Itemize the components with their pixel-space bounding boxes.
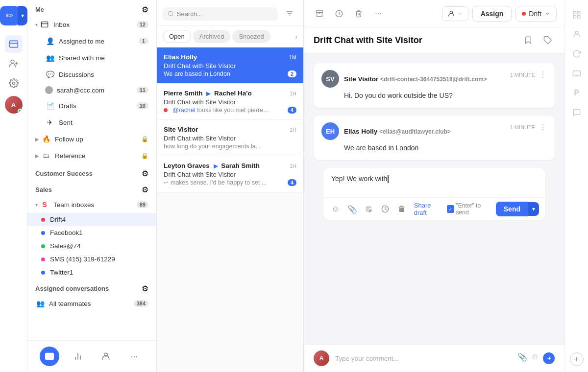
drift-inbox-item[interactable]: Drift 4 [27,213,156,226]
facebook-inbox-item[interactable]: Facebook 1 [27,226,156,239]
user-avatar[interactable]: A [5,96,23,114]
message-more-icon[interactable]: ⋮ [539,122,547,132]
emoji-reply-icon[interactable]: ☺ [329,202,342,216]
me-section-header: Me ⚙ [27,0,156,16]
left-icon-rail: ✏ ▾ A [0,0,27,372]
clock-toolbar-icon[interactable] [331,6,347,22]
sales-gear[interactable]: ⚙ [142,185,148,194]
conversation-item[interactable]: Elias Holly 1M Drift Chat with Site Visi… [157,47,303,84]
trash-toolbar-icon[interactable] [351,6,367,22]
customer-success-gear[interactable]: ⚙ [142,169,148,178]
svg-point-2 [12,82,15,85]
reply-icon: ↩ [164,179,169,186]
tab-arrow[interactable]: › [295,33,297,41]
archive-toolbar-icon[interactable] [312,6,327,22]
inbox-footer-icon[interactable] [40,347,59,366]
conversation-item[interactable]: Leyton Graves ▶ Sarah Smith 1H Drift Cha… [157,156,303,192]
tab-open[interactable]: Open [163,30,191,43]
drift-button[interactable]: Drift [515,6,557,22]
tab-archived[interactable]: Archived [193,30,231,43]
inbox-rail-icon[interactable] [5,35,23,53]
person-button[interactable] [442,6,468,21]
p-rail-icon[interactable]: P [568,84,586,102]
tag-title-icon[interactable] [541,33,555,47]
team-inboxes-caret: ▾ [35,202,38,208]
rotate-rail-icon[interactable] [568,45,586,63]
svg-point-6 [169,11,173,16]
tab-snoozed[interactable]: Snoozed [232,30,270,43]
template-reply-icon[interactable] [363,202,375,216]
search-box[interactable] [163,7,278,21]
conv-time: 1H [290,163,296,169]
grid-rail-icon[interactable] [568,6,586,23]
more-toolbar-icon[interactable]: ··· [370,6,386,22]
sales-at-inbox-item[interactable]: Sales@ 74 [27,239,156,253]
keyboard-rail-icon[interactable] [568,65,586,82]
reference-caret: ▶ [35,153,39,159]
message-card: EH Elias Holly <elias@auditlawyer.club> … [314,116,555,160]
conversation-item[interactable]: Site Visitor 1H Drift Chat with Site Vis… [157,120,303,156]
conv-preview: makes sense. I'd be happy to set ... [171,179,267,186]
inbox-item[interactable]: ▾ Inbox 12 [27,16,156,33]
svg-rect-15 [577,16,580,18]
sent-label: Sent [59,119,148,126]
follow-up-label: Follow up [55,136,141,143]
sort-icon[interactable] [282,6,297,22]
send-caret-button[interactable]: ▾ [528,202,539,216]
drift-badge: 4 [62,216,66,223]
send-button[interactable]: Send [496,202,528,216]
inbox-icon [40,20,49,29]
twitter-inbox-item[interactable]: Twitter 1 [27,266,156,279]
assign-arrow-icon: ▶ [214,163,218,169]
assign-button[interactable]: Assign [472,6,512,22]
search-input[interactable] [177,10,273,18]
person-rail-icon[interactable] [568,25,586,43]
conv-badge: 4 [288,179,296,186]
bookmark-title-icon[interactable] [521,33,535,47]
drafts-item[interactable]: 📄 Drafts 10 [27,97,156,114]
more-footer-icon[interactable]: ··· [124,347,144,366]
compose-button[interactable]: ✏ [0,6,20,25]
me-gear-icon[interactable]: ⚙ [142,5,148,14]
stats-footer-icon[interactable] [68,347,88,366]
message-time: 1 MINUTE [510,72,535,78]
discussions-item[interactable]: 💬 Discussions [27,66,156,83]
clock-reply-icon[interactable] [379,202,392,216]
trash-reply-icon[interactable]: 🗑 [395,202,408,216]
add-rail-icon[interactable]: + [570,352,584,366]
comment-input[interactable]: Type your comment... [335,355,512,362]
chat-rail-icon[interactable] [568,104,586,121]
team-inboxes-item[interactable]: ▾ S Team inboxes 89 [27,196,156,213]
compose-caret[interactable]: ▾ [18,6,27,25]
assigned-gear[interactable]: ⚙ [142,284,148,293]
assigned-to-me-item[interactable]: 👤 Assigned to me 1 [27,33,156,49]
contacts-rail-icon[interactable] [5,55,23,72]
share-draft-button[interactable]: Share draft [414,202,443,216]
sent-item[interactable]: ✈ Sent [27,114,156,131]
reply-input[interactable]: Yep! We work with [323,168,545,197]
send-comment-icon[interactable] [543,352,555,364]
reference-item[interactable]: ▶ 🗂 Reference 🔒 [27,147,156,164]
sms-inbox-item[interactable]: SMS (415) 319-6122 9 [27,253,156,266]
enter-checkbox[interactable]: ✓ [447,205,454,213]
conversation-item[interactable]: Pierre Smith ▶ Rachel Ha'o 1H Drift Chat… [157,84,303,120]
enter-to-send-label: "Enter" to send [456,202,492,216]
conv-subject: Drift Chat with Site Visitor [164,98,296,106]
sarah-email-item[interactable]: sarah@ccc.com 11 [27,83,156,97]
message-more-icon[interactable]: ⋮ [539,70,547,79]
drift-label: Drift [529,10,541,18]
settings-rail-icon[interactable] [5,74,23,92]
enter-to-send-toggle[interactable]: ✓ "Enter" to send [447,202,492,216]
sidebar-footer: ··· [27,340,156,372]
all-teammates-item[interactable]: 👥 All teammates 384 [27,295,156,312]
emoji-comment-icon[interactable]: ☺ [531,352,539,364]
shared-with-me-item[interactable]: 👥 Shared with me [27,49,156,66]
follow-up-item[interactable]: ▶ 🔥 Follow up 🔒 [27,131,156,147]
attach-reply-icon[interactable]: 📎 [346,202,359,216]
follow-up-icon: 🔥 [41,134,51,144]
sender-email: <drift-contact-3644753518@drift.com> [380,76,487,83]
contacts-footer-icon[interactable] [96,347,116,366]
attach-comment-icon[interactable]: 📎 [517,352,527,364]
right-icon-rail: P + [564,0,588,372]
svg-rect-12 [573,11,576,14]
